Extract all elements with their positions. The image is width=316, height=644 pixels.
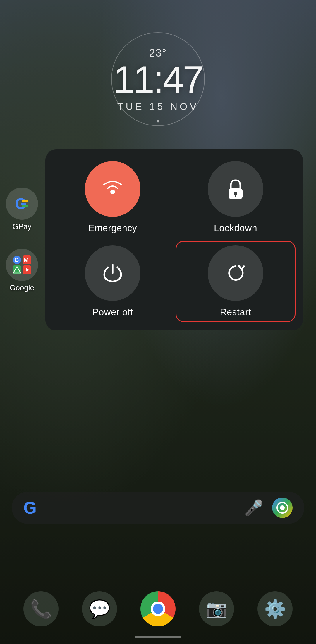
messages-dock-icon[interactable]: 💬 [82,591,117,626]
emergency-signal-icon [99,177,126,201]
camera-dock-icon[interactable]: 📷 [199,591,234,626]
nav-gesture-bar [135,636,181,638]
power-menu: Emergency Lockdown Power off [45,149,303,330]
messages-icon: 💬 [89,599,111,619]
restart-circle [208,245,263,301]
chrome-inner-circle [151,602,165,616]
clock-widget: 23° 11:47 TUE 15 NOV ▾ [0,47,316,125]
power-off-icon [102,263,123,284]
search-actions: 🎤 [244,498,293,518]
power-off-button[interactable]: Power off [56,245,169,318]
svg-text:G: G [14,257,19,263]
svg-text:G: G [15,195,27,212]
lockdown-circle [208,161,263,217]
search-bar[interactable]: G 🎤 [12,492,304,524]
svg-rect-14 [235,194,236,197]
phone-icon: 📞 [30,599,52,619]
camera-icon: 📷 [206,599,227,619]
gpay-app[interactable]: G GPay [6,188,38,231]
google-multi-icon: G M [13,255,31,274]
settings-dock-icon[interactable]: ⚙️ [257,591,293,626]
svg-rect-1 [22,200,28,202]
restart-label: Restart [220,307,251,318]
svg-text:M: M [24,257,29,263]
emergency-label: Emergency [88,223,137,234]
google-label: Google [10,283,34,292]
emergency-button[interactable]: Emergency [56,161,169,234]
gpay-label: GPay [12,222,31,231]
emergency-circle [85,161,140,217]
restart-button[interactable]: Restart [176,242,295,321]
google-icon: G M [6,249,38,281]
microphone-icon[interactable]: 🎤 [244,499,263,517]
restart-icon [225,263,246,284]
power-off-circle [85,245,140,301]
gpay-icon: G [6,188,38,220]
power-off-label: Power off [92,307,133,318]
svg-rect-2 [22,205,28,207]
google-lens-icon[interactable] [272,498,293,518]
chrome-dock-icon[interactable] [140,591,176,626]
phone-dock-icon[interactable]: 📞 [23,591,59,626]
app-dock: 📞 💬 📷 ⚙️ [0,591,316,626]
lockdown-button[interactable]: Lockdown [179,161,292,234]
settings-icon: ⚙️ [264,599,286,619]
svg-point-16 [280,505,285,510]
lock-icon [225,177,246,201]
side-apps-container: G GPay G M [6,188,38,292]
clock-ring [111,32,205,126]
lockdown-label: Lockdown [214,223,257,234]
svg-point-11 [110,190,115,194]
google-app[interactable]: G M Google [6,249,38,292]
